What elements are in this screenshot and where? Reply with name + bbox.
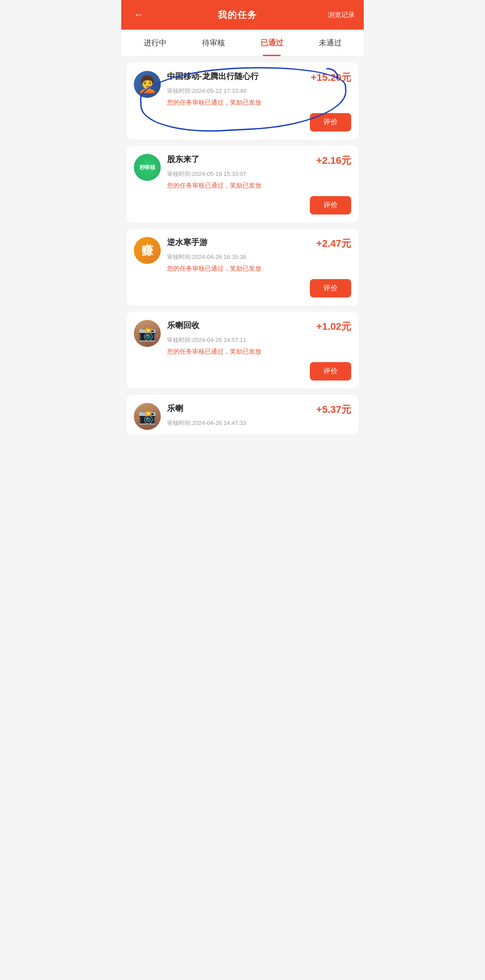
tab-bar: 进行中 待审核 已通过 未通过 (121, 30, 364, 57)
task-title-row: 中国移动-龙腾出行随心行 +15.20元 (167, 71, 351, 84)
task-status: 您的任务审核已通过，奖励已发放 (167, 265, 351, 273)
task-title-row: 逆水寒手游 +2.47元 (167, 237, 351, 250)
task-info: 乐喇 +5.37元 审核时间:2024-04-26 14:47:33 (167, 403, 351, 427)
avatar: 赚 (134, 237, 161, 264)
task-name: 乐喇回收 (167, 320, 312, 331)
task-row: 秒审核 股东来了 +2.16元 审核时间:2024-05-19 15:33:07… (134, 154, 351, 190)
task-reward: +15.20元 (311, 71, 351, 84)
task-row: 📸 乐喇 +5.37元 审核时间:2024-04-26 14:47:33 (134, 403, 351, 430)
task-status: 您的任务审核已通过，奖励已发放 (167, 348, 351, 356)
task-info: 股东来了 +2.16元 审核时间:2024-05-19 15:33:07 您的任… (167, 154, 351, 190)
task-row: 🧑‍🦱 中国移动-龙腾出行随心行 +15.20元 审核时间:2024-05-22… (134, 71, 351, 107)
task-review-time: 审核时间:2024-04-26 14:47:33 (167, 419, 351, 427)
avatar: 秒审核 (134, 154, 161, 181)
task-status: 您的任务审核已通过，奖励已发放 (167, 182, 351, 190)
task-info: 中国移动-龙腾出行随心行 +15.20元 审核时间:2024-05-22 17:… (167, 71, 351, 107)
task-card: 📸 乐喇 +5.37元 审核时间:2024-04-26 14:47:33 (127, 395, 358, 434)
page-title: 我的任务 (218, 9, 257, 21)
task-card: 🧑‍🦱 中国移动-龙腾出行随心行 +15.20元 审核时间:2024-05-22… (127, 63, 358, 140)
task-review-time: 审核时间:2024-04-26 14:57:11 (167, 336, 351, 344)
review-button[interactable]: 评价 (310, 196, 351, 214)
avatar-icon: 📸 (138, 325, 156, 342)
review-button[interactable]: 评价 (310, 113, 351, 131)
task-name: 股东来了 (167, 154, 312, 165)
task-name: 乐喇 (167, 403, 312, 414)
tab-rejected[interactable]: 未通过 (301, 30, 359, 56)
avatar-icon: 📸 (138, 408, 156, 425)
browse-history-button[interactable]: 浏览记录 (328, 11, 355, 19)
task-reward: +2.16元 (316, 154, 351, 167)
header: ← 我的任务 浏览记录 (121, 0, 364, 30)
task-reward: +2.47元 (316, 237, 351, 250)
task-info: 逆水寒手游 +2.47元 审核时间:2024-04-26 16:35:38 您的… (167, 237, 351, 273)
task-btn-row: 评价 (134, 279, 351, 298)
task-status: 您的任务审核已通过，奖励已发放 (167, 99, 351, 107)
task-btn-row: 评价 (134, 113, 351, 131)
review-button[interactable]: 评价 (310, 279, 351, 298)
task-card: 赚 逆水寒手游 +2.47元 审核时间:2024-04-26 16:35:38 … (127, 229, 358, 306)
tab-ongoing[interactable]: 进行中 (126, 30, 184, 56)
task-card: 秒审核 股东来了 +2.16元 审核时间:2024-05-19 15:33:07… (127, 146, 358, 223)
task-info: 乐喇回收 +1.02元 审核时间:2024-04-26 14:57:11 您的任… (167, 320, 351, 356)
avatar: 📸 (134, 403, 161, 430)
back-button[interactable]: ← (130, 7, 147, 22)
task-title-row: 股东来了 +2.16元 (167, 154, 351, 167)
task-title-row: 乐喇 +5.37元 (167, 403, 351, 416)
avatar-icon: 秒审核 (140, 164, 155, 171)
task-btn-row: 评价 (134, 196, 351, 214)
avatar: 📸 (134, 320, 161, 347)
task-list: 🧑‍🦱 中国移动-龙腾出行随心行 +15.20元 审核时间:2024-05-22… (121, 57, 364, 441)
task-reward: +5.37元 (316, 403, 351, 416)
avatar-icon: 赚 (141, 243, 153, 258)
task-card: 📸 乐喇回收 +1.02元 审核时间:2024-04-26 14:57:11 您… (127, 312, 358, 389)
task-row: 📸 乐喇回收 +1.02元 审核时间:2024-04-26 14:57:11 您… (134, 320, 351, 356)
task-reward: +1.02元 (316, 320, 351, 333)
review-button[interactable]: 评价 (310, 362, 351, 381)
task-review-time: 审核时间:2024-04-26 16:35:38 (167, 253, 351, 261)
task-btn-row: 评价 (134, 362, 351, 381)
task-title-row: 乐喇回收 +1.02元 (167, 320, 351, 333)
tab-approved[interactable]: 已通过 (242, 30, 301, 56)
task-name: 中国移动-龙腾出行随心行 (167, 71, 306, 82)
task-name: 逆水寒手游 (167, 237, 312, 248)
tab-pending[interactable]: 待审核 (184, 30, 242, 56)
avatar-icon: 🧑‍🦱 (137, 75, 158, 94)
task-review-time: 审核时间:2024-05-22 17:33:40 (167, 87, 351, 95)
avatar: 🧑‍🦱 (134, 71, 161, 98)
task-review-time: 审核时间:2024-05-19 15:33:07 (167, 170, 351, 178)
task-row: 赚 逆水寒手游 +2.47元 审核时间:2024-04-26 16:35:38 … (134, 237, 351, 273)
